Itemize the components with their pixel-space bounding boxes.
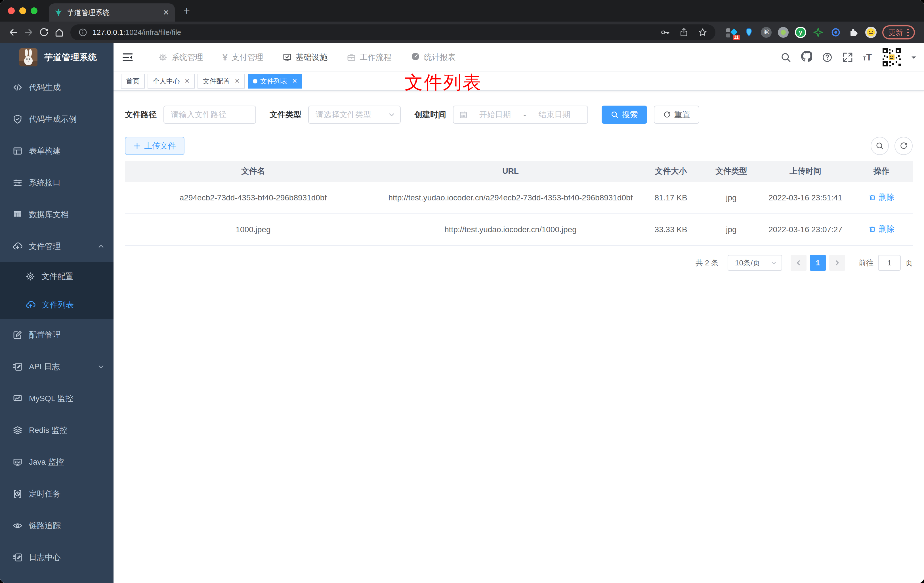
next-page-icon[interactable] — [829, 255, 845, 271]
tag-home[interactable]: 首页 — [121, 74, 145, 89]
monitor-chart-icon — [13, 393, 23, 404]
sliders-icon — [13, 178, 23, 188]
font-size-icon[interactable]: TT — [863, 52, 872, 63]
gear-icon — [158, 53, 167, 62]
topnav-infrastructure[interactable]: 基础设施 — [273, 43, 337, 71]
sidebar-item-file-management[interactable]: 文件管理 — [0, 231, 114, 262]
extension-squares-icon[interactable]: 11 — [726, 27, 737, 38]
cell-upload-time: 2022-03-16 23:07:27 — [761, 223, 850, 236]
topnav-workflow[interactable]: 工作流程 — [337, 43, 401, 71]
date-range-picker[interactable]: 开始日期 - 结束日期 — [453, 106, 588, 124]
sidebar-item-redis-monitor[interactable]: Redis 监控 — [0, 415, 114, 446]
sidebar-logo[interactable]: 芋道管理系统 — [0, 43, 114, 71]
reload-icon[interactable] — [36, 25, 52, 40]
table-search-toggle-icon[interactable] — [871, 137, 889, 155]
sidebar-item-code-gen[interactable]: 代码生成 — [0, 71, 114, 103]
extension-command-icon[interactable]: ⌘ — [761, 27, 772, 38]
form-icon — [13, 146, 23, 156]
goto-page-input[interactable] — [878, 255, 901, 271]
extensions-row: 11 ⌘ y — [721, 27, 881, 38]
upload-file-button[interactable]: 上传文件 — [125, 137, 185, 155]
search-icon[interactable] — [780, 52, 791, 63]
sidebar-item-file-config[interactable]: 文件配置 — [0, 262, 114, 291]
tab-close-icon[interactable]: ✕ — [163, 8, 169, 17]
sidebar-item-system-api[interactable]: 系统接口 — [0, 167, 114, 199]
qr-avatar[interactable] — [881, 47, 902, 68]
page-size-value: 10条/页 — [735, 258, 760, 268]
delete-button[interactable]: 删除 — [868, 191, 894, 204]
goto-unit-label: 页 — [905, 258, 912, 268]
tag-close-icon[interactable]: ✕ — [292, 78, 297, 85]
cell-file-url: http://test.yudao.iocoder.cn/a294ecb2-73… — [381, 191, 640, 204]
topnav-reports[interactable]: 统计报表 — [401, 43, 465, 71]
tags-view-bar: 首页 个人中心 ✕ 文件配置 ✕ 文件列表 ✕ — [114, 71, 924, 91]
github-icon[interactable] — [801, 51, 812, 64]
extension-star-icon[interactable] — [812, 27, 824, 38]
topnav-payment[interactable]: ¥ 支付管理 — [213, 43, 273, 71]
sidebar-item-api-log[interactable]: API 日志 — [0, 351, 114, 383]
browser-update-chip[interactable]: 更新 — [882, 25, 915, 40]
page-size-select[interactable]: 10条/页 — [728, 255, 782, 271]
browser-tab[interactable]: 芋道管理系统 ✕ — [49, 3, 175, 21]
cell-file-name: a294ecb2-73dd-4353-bf40-296b8931d0bf — [125, 191, 381, 204]
forward-icon[interactable] — [21, 25, 36, 40]
app-header: 系统管理 ¥ 支付管理 基础设施 工作流程 — [114, 43, 924, 71]
home-icon[interactable] — [52, 25, 67, 40]
tag-file-list[interactable]: 文件列表 ✕ — [248, 74, 302, 89]
sidebar-item-java-monitor[interactable]: Java 监控 — [0, 446, 114, 478]
file-path-input[interactable] — [163, 106, 256, 124]
col-header-size: 文件大小 — [640, 165, 702, 178]
profile-emoji-icon[interactable] — [865, 27, 876, 38]
sidebar-item-file-list[interactable]: 文件列表 — [0, 291, 114, 319]
sidebar-item-code-demo[interactable]: 代码生成示例 — [0, 103, 114, 135]
sidebar-item-config-management[interactable]: 配置管理 — [0, 319, 114, 351]
table-header-row: 文件名 URL 文件大小 文件类型 上传时间 操作 — [125, 161, 912, 182]
sidebar-item-form-builder[interactable]: 表单构建 — [0, 135, 114, 167]
cloud-download-icon — [13, 241, 23, 251]
sidebar-item-scheduled-tasks[interactable]: 定时任务 — [0, 478, 114, 510]
header-actions: TT — [780, 47, 916, 68]
address-bar[interactable]: 127.0.0.1:1024/infra/file/file — [70, 25, 715, 40]
tag-close-icon[interactable]: ✕ — [185, 78, 190, 85]
current-page-button[interactable]: 1 — [810, 255, 826, 271]
puzzle-extensions-icon[interactable] — [848, 27, 859, 38]
topnav-label: 工作流程 — [360, 52, 392, 63]
table-refresh-icon[interactable] — [894, 137, 912, 155]
extension-y-icon[interactable]: y — [795, 27, 806, 38]
extension-pin-icon[interactable] — [743, 27, 754, 38]
topnav-system[interactable]: 系统管理 — [149, 43, 213, 71]
sidebar-item-tracing[interactable]: 链路追踪 — [0, 510, 114, 542]
tag-profile[interactable]: 个人中心 ✕ — [148, 74, 195, 89]
select-placeholder: 请选择文件类型 — [315, 109, 371, 120]
extension-dot-icon[interactable] — [778, 27, 789, 38]
bookmark-star-icon[interactable] — [698, 28, 708, 37]
avatar-dropdown-caret-icon[interactable] — [911, 56, 916, 61]
delete-button[interactable]: 删除 — [868, 223, 894, 236]
chevron-down-icon — [97, 363, 104, 370]
help-icon[interactable] — [822, 52, 833, 63]
col-header-url: URL — [381, 165, 640, 178]
tag-close-icon[interactable]: ✕ — [234, 78, 239, 85]
back-icon[interactable] — [6, 25, 21, 40]
reset-button[interactable]: 重置 — [654, 106, 699, 124]
search-button[interactable]: 搜索 — [602, 106, 647, 124]
browser-menu-icon[interactable] — [907, 29, 909, 36]
file-type-select[interactable]: 请选择文件类型 — [308, 106, 401, 124]
sidebar-item-label: Redis 监控 — [29, 425, 67, 436]
prev-page-icon[interactable] — [790, 255, 807, 271]
password-key-icon[interactable] — [660, 28, 670, 37]
tag-file-config[interactable]: 文件配置 ✕ — [198, 74, 244, 89]
share-icon[interactable] — [679, 28, 689, 37]
minimize-window-button[interactable] — [19, 7, 26, 14]
extension-eye-icon[interactable] — [830, 27, 842, 38]
fullscreen-icon[interactable] — [842, 52, 853, 63]
sidebar-item-log-center[interactable]: 日志中心 — [0, 542, 114, 573]
sidebar-item-db-doc[interactable]: 数据库文档 — [0, 199, 114, 231]
sidebar-item-mysql-monitor[interactable]: MySQL 监控 — [0, 383, 114, 415]
site-info-icon[interactable] — [78, 28, 87, 37]
shield-check-icon — [13, 114, 23, 124]
close-window-button[interactable] — [8, 7, 15, 14]
sidebar-collapse-icon[interactable] — [119, 49, 136, 66]
new-tab-button[interactable]: + — [178, 2, 195, 19]
zoom-window-button[interactable] — [31, 7, 38, 14]
